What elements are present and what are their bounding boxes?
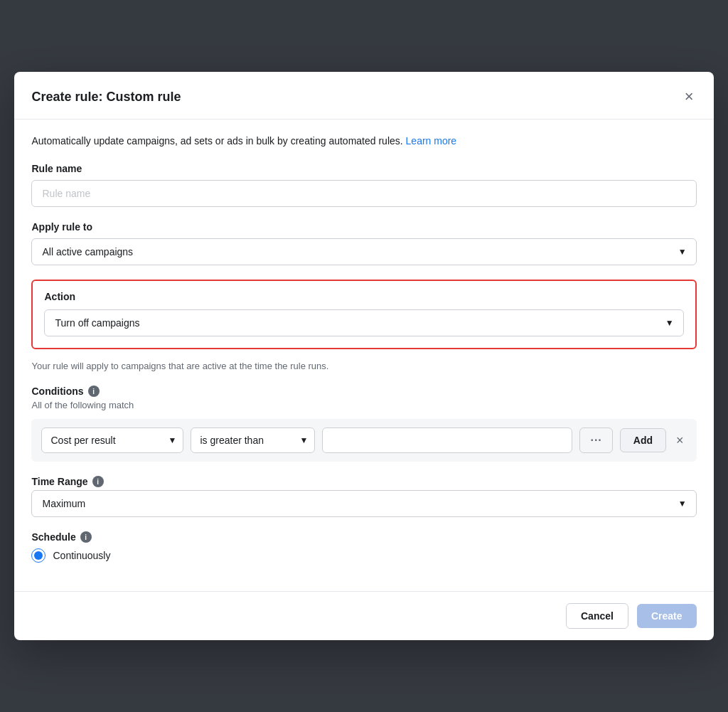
schedule-radio[interactable]: [31, 548, 46, 563]
description-text: Automatically update campaigns, ad sets …: [31, 134, 696, 149]
modal-footer: Cancel Create: [14, 591, 713, 640]
action-label: Action: [44, 291, 683, 302]
rule-note: Your rule will apply to campaigns that a…: [31, 361, 696, 371]
rule-name-group: Rule name: [31, 163, 696, 207]
time-range-select[interactable]: Maximum Today Last 7 days Last 14 days L…: [31, 490, 696, 517]
action-select[interactable]: Turn off campaigns Turn on campaigns Pau…: [44, 309, 683, 336]
conditions-header: Conditions i: [31, 386, 696, 397]
condition-add-button[interactable]: Add: [620, 428, 666, 452]
create-button[interactable]: Create: [637, 604, 697, 628]
cancel-button[interactable]: Cancel: [566, 603, 628, 629]
apply-rule-group: Apply rule to All active campaigns All a…: [31, 221, 696, 265]
schedule-header: Schedule i: [31, 531, 696, 543]
action-select-wrapper: Turn off campaigns Turn on campaigns Pau…: [44, 309, 683, 336]
time-range-group: Time Range i Maximum Today Last 7 days L…: [31, 476, 696, 517]
condition-operator-select[interactable]: is greater than is less than equals: [191, 427, 315, 453]
schedule-info-icon[interactable]: i: [80, 531, 92, 543]
schedule-group: Schedule i Continuously: [31, 531, 696, 563]
conditions-info-icon[interactable]: i: [88, 386, 100, 397]
modal: Create rule: Custom rule × Automatically…: [14, 72, 713, 640]
time-range-label: Time Range: [31, 476, 87, 487]
conditions-row: Cost per result Impressions Clicks Spend…: [31, 419, 696, 462]
rule-name-input[interactable]: [31, 180, 696, 207]
condition-field-select[interactable]: Cost per result Impressions Clicks Spend: [41, 427, 183, 453]
conditions-label: Conditions: [31, 386, 83, 397]
condition-value-input[interactable]: [322, 427, 572, 453]
learn-more-link[interactable]: Learn more: [406, 135, 457, 147]
modal-overlay: Create rule: Custom rule × Automatically…: [0, 0, 728, 712]
schedule-row: Continuously: [31, 548, 696, 563]
time-range-select-wrapper: Maximum Today Last 7 days Last 14 days L…: [31, 490, 696, 517]
conditions-group: Conditions i All of the following match …: [31, 386, 696, 462]
condition-dots-button[interactable]: ···: [579, 427, 612, 453]
modal-body: Automatically update campaigns, ad sets …: [14, 119, 713, 591]
modal-title: Create rule: Custom rule: [31, 90, 181, 105]
condition-field-wrapper: Cost per result Impressions Clicks Spend…: [41, 427, 183, 453]
condition-remove-button[interactable]: ×: [673, 430, 687, 451]
rule-name-label: Rule name: [31, 163, 696, 174]
schedule-option-label: Continuously: [53, 550, 110, 561]
conditions-sublabel: All of the following match: [31, 400, 696, 410]
apply-rule-label: Apply rule to: [31, 221, 696, 233]
schedule-label: Schedule: [31, 531, 75, 543]
time-range-header: Time Range i: [31, 476, 696, 487]
action-section: Action Turn off campaigns Turn on campai…: [31, 280, 696, 349]
time-range-info-icon[interactable]: i: [92, 476, 104, 487]
modal-header: Create rule: Custom rule ×: [14, 72, 713, 119]
apply-rule-select[interactable]: All active campaigns All active ad sets …: [31, 238, 696, 265]
apply-rule-select-wrapper: All active campaigns All active ad sets …: [31, 238, 696, 265]
condition-operator-wrapper: is greater than is less than equals ▼: [191, 427, 315, 453]
close-button[interactable]: ×: [682, 86, 697, 107]
